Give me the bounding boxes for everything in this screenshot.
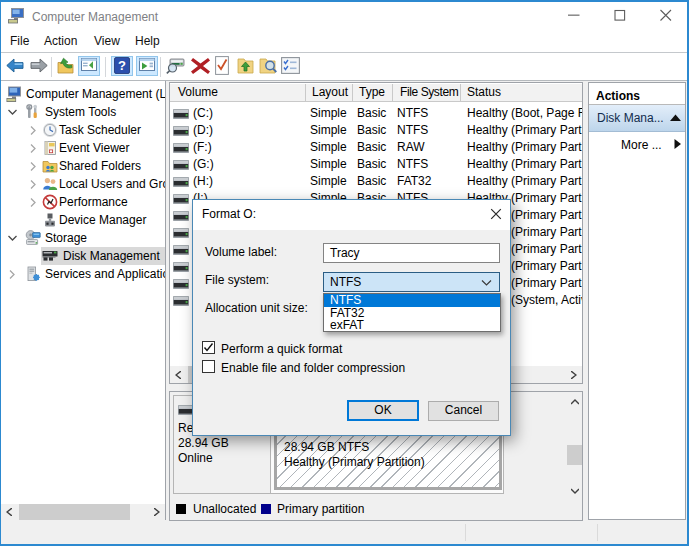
svg-text:?: ? bbox=[118, 58, 126, 73]
